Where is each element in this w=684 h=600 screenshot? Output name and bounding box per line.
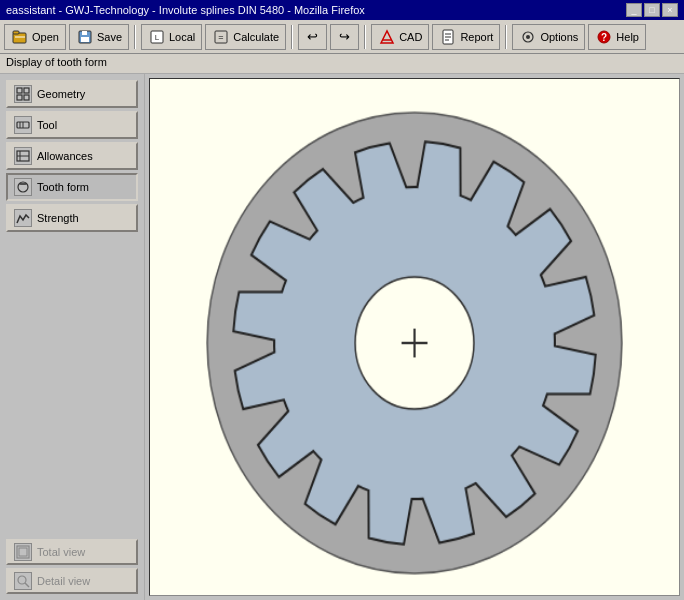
help-button[interactable]: ? Help (588, 24, 646, 50)
svg-rect-3 (81, 37, 89, 42)
toolbar-separator-2 (291, 25, 293, 49)
open-icon (11, 28, 29, 46)
svg-point-16 (526, 35, 530, 39)
cad-button[interactable]: CAD (371, 24, 429, 50)
calculate-icon: = (212, 28, 230, 46)
svg-rect-20 (24, 88, 29, 93)
toolbar-separator-1 (134, 25, 136, 49)
save-icon (76, 28, 94, 46)
toolbar-separator-3 (364, 25, 366, 49)
svg-rect-31 (19, 548, 27, 556)
sidebar-item-tool[interactable]: Tool (6, 111, 138, 139)
window-title: eassistant - GWJ-Technology - Involute s… (6, 4, 365, 16)
svg-rect-19 (17, 88, 22, 93)
toolbar: Open Save L Local = Calculate ↩ ↪ CAD (0, 20, 684, 54)
gear-canvas (150, 79, 679, 595)
redo-button[interactable]: ↪ (330, 24, 359, 50)
svg-rect-22 (24, 95, 29, 100)
undo-button[interactable]: ↩ (298, 24, 327, 50)
svg-line-33 (25, 583, 29, 587)
detail-view-button[interactable]: Detail view (6, 568, 138, 594)
svg-point-32 (18, 576, 26, 584)
help-icon: ? (595, 28, 613, 46)
svg-rect-1 (13, 31, 19, 34)
toolbar-separator-4 (505, 25, 507, 49)
calculate-button[interactable]: = Calculate (205, 24, 286, 50)
options-icon (519, 28, 537, 46)
main-content: Geometry Tool Allowances Tooth form Stre… (0, 74, 684, 600)
sidebar-item-tooth-form[interactable]: Tooth form (6, 173, 138, 201)
options-button[interactable]: Options (512, 24, 585, 50)
close-button[interactable]: × (662, 3, 678, 17)
svg-text:=: = (219, 32, 224, 42)
sidebar-item-allowances[interactable]: Allowances (6, 142, 138, 170)
tooth-form-icon (14, 178, 32, 196)
report-icon (439, 28, 457, 46)
cad-icon (378, 28, 396, 46)
local-button[interactable]: L Local (141, 24, 202, 50)
save-button[interactable]: Save (69, 24, 129, 50)
svg-text:L: L (155, 33, 160, 42)
sidebar-spacer (6, 235, 138, 536)
geometry-icon (14, 85, 32, 103)
sidebar-item-geometry[interactable]: Geometry (6, 80, 138, 108)
canvas-area (149, 78, 680, 596)
sidebar-item-strength[interactable]: Strength (6, 204, 138, 232)
section-label: Display of tooth form (0, 54, 684, 74)
redo-icon: ↪ (339, 29, 350, 44)
open-button[interactable]: Open (4, 24, 66, 50)
window-controls: _ □ × (626, 3, 678, 17)
local-icon: L (148, 28, 166, 46)
undo-icon: ↩ (307, 29, 318, 44)
svg-marker-9 (381, 31, 393, 43)
total-view-button[interactable]: Total view (6, 539, 138, 565)
tool-icon (14, 116, 32, 134)
report-button[interactable]: Report (432, 24, 500, 50)
minimize-button[interactable]: _ (626, 3, 642, 17)
maximize-button[interactable]: □ (644, 3, 660, 17)
detail-view-icon (14, 572, 32, 590)
allowances-icon (14, 147, 32, 165)
strength-icon (14, 209, 32, 227)
total-view-icon (14, 543, 32, 561)
svg-rect-21 (17, 95, 22, 100)
svg-text:?: ? (601, 32, 607, 43)
sidebar: Geometry Tool Allowances Tooth form Stre… (0, 74, 145, 600)
title-bar: eassistant - GWJ-Technology - Involute s… (0, 0, 684, 20)
svg-rect-4 (82, 31, 87, 35)
